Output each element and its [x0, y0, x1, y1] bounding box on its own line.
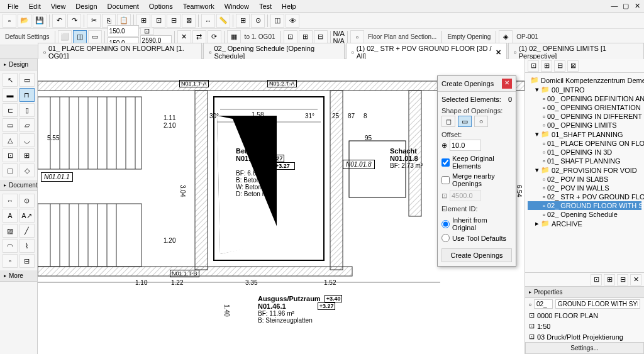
tree-root[interactable]: 📁 Domicil Kompetenzzentrum Demenz Oberri… [528, 75, 641, 85]
coord-1-input[interactable] [108, 25, 139, 36]
inherit-radio[interactable] [441, 220, 450, 228]
view-name-input[interactable] [555, 299, 640, 309]
nav-view-icon[interactable]: ⊞ [541, 60, 552, 72]
menu-teamwork[interactable]: Teamwork [178, 1, 219, 11]
opt-1-icon[interactable]: ⊡ [284, 30, 297, 44]
dim-icon[interactable]: ↔ [201, 14, 215, 28]
geom-3-icon[interactable]: ▭ [88, 30, 102, 44]
tree-folder-provision[interactable]: ▾ 📁 02_PROVISION FOR VOID [528, 165, 641, 175]
menu-options[interactable]: Options [144, 1, 178, 11]
rotate-icon[interactable]: ⟳ [208, 30, 221, 44]
nav-project-icon[interactable]: ⊡ [528, 60, 539, 72]
text-tool-icon[interactable]: A [3, 209, 18, 223]
column-tool-icon[interactable]: ▯ [19, 103, 35, 117]
tool-4-icon[interactable]: ⊠ [182, 14, 196, 28]
tree-item[interactable]: ▫ 02_ POV IN WALLS [528, 184, 641, 192]
tab-3d[interactable]: ▫(1) 02_ STR + POV GROUND FLOOR [3D / Al… [346, 43, 507, 61]
nav-publish-icon[interactable]: ⊠ [567, 60, 579, 72]
tool-3-icon[interactable]: ⊟ [167, 14, 180, 28]
menu-file[interactable]: File [3, 1, 24, 11]
minimize-button[interactable]: — [610, 1, 619, 10]
slab-tool-icon[interactable]: ▱ [19, 118, 35, 132]
door-tool-icon[interactable]: ⊓ [19, 88, 35, 102]
label-tool-icon[interactable]: A↗ [19, 209, 35, 223]
3d-icon[interactable]: ◫ [270, 14, 284, 28]
mesh-tool-icon[interactable]: ⊞ [19, 148, 35, 162]
polyline-tool-icon[interactable]: ⌇ [19, 239, 35, 253]
stair-tool-icon[interactable]: ⊡ [3, 148, 18, 162]
nav-action-2-icon[interactable]: ⊞ [604, 274, 615, 285]
view-prefix-input[interactable] [534, 299, 553, 309]
opt-3-icon[interactable]: ⊟ [314, 30, 328, 44]
tab-floorplan[interactable]: ▫01_ PLACE OPENING ON FLOORPLAN [1. OG01… [38, 43, 202, 61]
maximize-button[interactable]: ▢ [621, 1, 630, 10]
navigator-tree[interactable]: 📁 Domicil Kompetenzzentrum Demenz Oberri… [525, 73, 644, 272]
anchor-icon[interactable]: ✕ [177, 30, 191, 44]
snap-icon[interactable]: ⊙ [251, 14, 265, 28]
create-openings-button[interactable]: Create Openings [441, 248, 512, 262]
document-panel-header[interactable]: Document [0, 180, 37, 191]
tree-item[interactable]: ▫ 01_ OPENING IN 3D [528, 148, 641, 157]
menu-window[interactable]: Window [219, 1, 254, 11]
tree-item[interactable]: ▫ 00_ OPENING IN DIFFERENT ELEMENT TYPES [528, 112, 641, 121]
redo-icon[interactable]: ↷ [67, 14, 81, 28]
mirror-icon[interactable]: ⇄ [192, 30, 206, 44]
menu-document[interactable]: Document [103, 1, 144, 11]
tree-folder-intro[interactable]: ▾ 📁 00_INTRO [528, 85, 641, 94]
save-icon[interactable]: 💾 [33, 14, 47, 28]
zone-tool-icon[interactable]: ▢ [3, 163, 18, 177]
measure-icon[interactable]: 📏 [216, 14, 230, 28]
beam-tool-icon[interactable]: ▭ [3, 118, 18, 132]
default-settings-button[interactable]: Default Settings [5, 33, 50, 40]
layer-icon[interactable]: ◈ [499, 30, 513, 44]
morph-tool-icon[interactable]: ◇ [19, 163, 35, 177]
shape-opt-circle[interactable]: ○ [474, 116, 488, 127]
tree-item[interactable]: ▫ 00_ OPENING LIMITS [528, 121, 641, 130]
level-tool-icon[interactable]: ⊙ [19, 194, 35, 207]
view-icon[interactable]: 👁 [286, 14, 299, 28]
grid-icon[interactable]: ⊞ [236, 14, 250, 28]
menu-help[interactable]: Help [277, 1, 301, 11]
wall-tool-icon[interactable]: ▬ [3, 88, 18, 102]
tree-item[interactable]: ▫ 01_ SHAFT PLANNING [528, 157, 641, 165]
menu-test[interactable]: Test [254, 1, 277, 11]
floorplan-section-dropdown[interactable]: Floor Plan and Section... [368, 33, 437, 40]
roof-tool-icon[interactable]: △ [3, 133, 18, 147]
open-icon[interactable]: 📂 [18, 14, 31, 28]
tree-folder-archive[interactable]: ▸ 📁 ARCHIVE [528, 219, 641, 228]
opt-2-icon[interactable]: ⊞ [299, 30, 313, 44]
properties-header[interactable]: Properties [525, 287, 644, 298]
new-icon[interactable]: ▫ [3, 14, 16, 28]
settings-button[interactable]: Settings... [525, 342, 644, 354]
geom-2-icon[interactable]: ◫ [73, 30, 87, 44]
menu-design[interactable]: Design [70, 1, 102, 11]
line-tool-icon[interactable]: ╱ [19, 224, 35, 238]
offset-input[interactable] [450, 140, 481, 151]
tree-item[interactable]: ▫ 00_ OPENING DEFINITION AND SHAPE [528, 94, 641, 103]
tree-item[interactable]: ▫ 02_ STR + POV GROUND FLOOR [528, 192, 641, 201]
geom-1-icon[interactable]: ⬜ [58, 30, 72, 44]
shape-opt-rect[interactable]: ▭ [458, 116, 472, 127]
lock-1-icon[interactable]: ⊡ [140, 28, 154, 35]
tree-item[interactable]: ▫ 02_ POV IN SLABS [528, 175, 641, 184]
arrow-tool-icon[interactable]: ↖ [3, 73, 18, 87]
tree-folder-shaft[interactable]: ▾ 📁 01_SHAFT PLANNING [528, 130, 641, 139]
tab-perspective[interactable]: ▫(1) 02_ OPENING LIMITS [1 Perspective] [508, 43, 644, 61]
fill-tool-icon[interactable]: ▨ [3, 224, 18, 238]
merge-nearby-checkbox[interactable] [441, 176, 450, 184]
tool-defaults-radio[interactable] [441, 234, 450, 242]
window-tool-icon[interactable]: ⊏ [3, 103, 18, 117]
keep-original-checkbox[interactable] [441, 158, 450, 167]
nav-action-3-icon[interactable]: ⊟ [617, 274, 628, 285]
menu-view[interactable]: View [46, 1, 71, 11]
tool-2-icon[interactable]: ⊡ [152, 14, 165, 28]
dimension-tool-icon[interactable]: ↔ [3, 194, 18, 207]
nav-action-1-icon[interactable]: ⊡ [591, 274, 602, 285]
empty-opening-dropdown[interactable]: Empty Opening [447, 33, 491, 40]
nav-delete-icon[interactable]: ✕ [630, 274, 641, 285]
more-panel-header[interactable]: More [0, 270, 37, 282]
tree-item[interactable]: ▫ 01_ PLACE OPENING ON FLOORPLAN [528, 139, 641, 148]
shape-opt-inherit[interactable]: ◻ [441, 116, 455, 127]
tree-item[interactable]: ▫ 00_ OPENING ORIENTATION [528, 103, 641, 112]
section-tool-icon[interactable]: ⊟ [19, 254, 35, 268]
